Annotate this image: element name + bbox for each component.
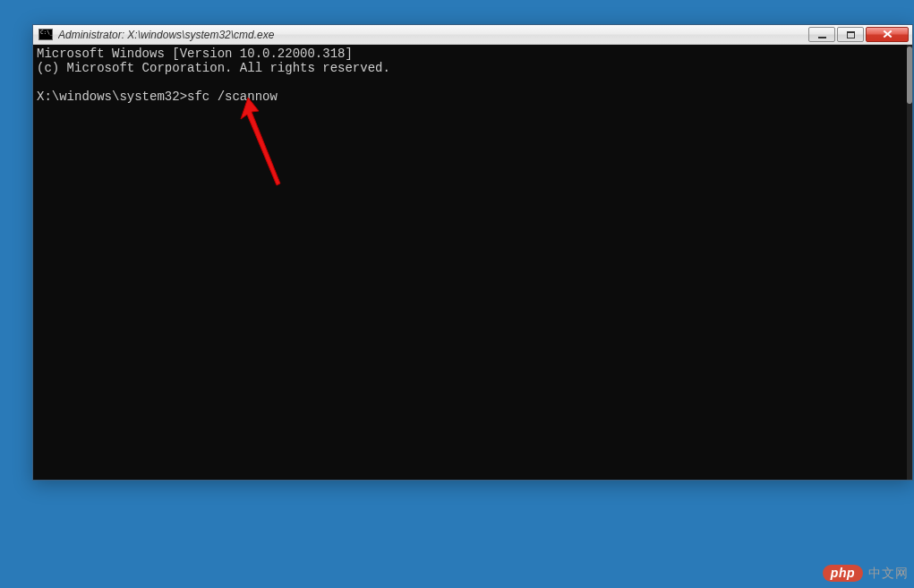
close-button[interactable] — [866, 27, 909, 42]
watermark-brand: php — [823, 565, 863, 582]
maximize-icon — [847, 31, 855, 38]
window-title: Administrator: X:\windows\system32\cmd.e… — [58, 29, 808, 41]
console-version-line: Microsoft Windows [Version 10.0.22000.31… — [37, 47, 353, 61]
console-area[interactable]: Microsoft Windows [Version 10.0.22000.31… — [33, 45, 912, 480]
console-prompt: X:\windows\system32> — [37, 89, 187, 104]
vertical-scrollbar[interactable] — [907, 45, 912, 480]
maximize-button[interactable] — [837, 27, 864, 42]
console-command: sfc /scannow — [187, 89, 278, 104]
cmd-window: Administrator: X:\windows\system32\cmd.e… — [32, 24, 913, 481]
cmd-icon — [38, 29, 53, 40]
console-copyright-line: (c) Microsoft Corporation. All rights re… — [37, 61, 390, 75]
scrollbar-thumb[interactable] — [907, 47, 912, 104]
close-icon — [883, 30, 893, 38]
watermark: php 中文网 — [823, 565, 909, 582]
titlebar[interactable]: Administrator: X:\windows\system32\cmd.e… — [33, 25, 912, 45]
window-controls — [808, 27, 909, 42]
minimize-icon — [818, 37, 826, 38]
watermark-text: 中文网 — [868, 566, 909, 582]
minimize-button[interactable] — [808, 27, 835, 42]
